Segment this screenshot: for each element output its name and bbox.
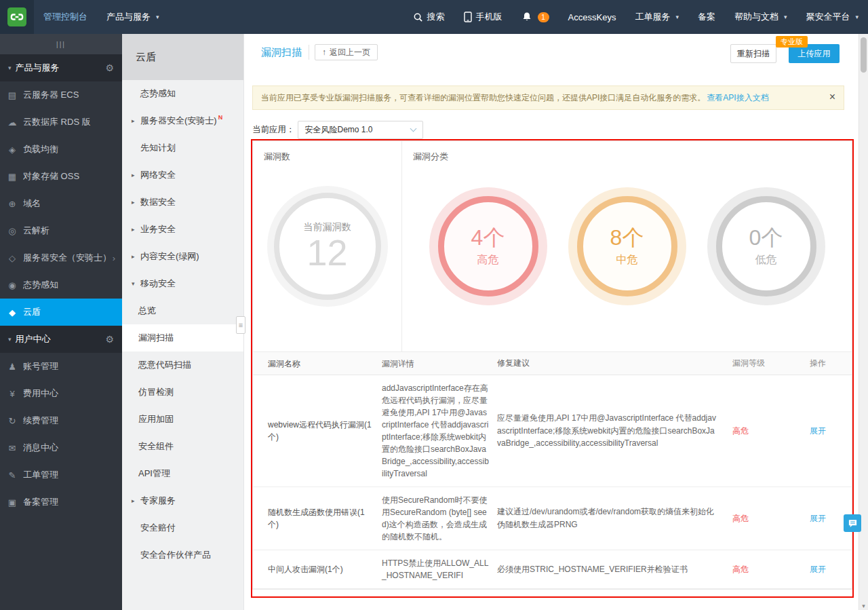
nav-ticket-service[interactable]: 工单服务 ▾ — [625, 0, 688, 34]
sidebar-item-work-orders[interactable]: ✎工单管理 — [0, 461, 122, 489]
subnav-item-app-harden[interactable]: 应用加固 — [122, 406, 243, 433]
chevron-right-icon: ▸ — [132, 117, 140, 124]
scrollbar-thumb[interactable] — [861, 37, 867, 73]
sidebar-item-billing[interactable]: ¥费用中心 — [0, 380, 122, 407]
high-risk-count: 4个 — [471, 225, 505, 250]
subnav-item-partner-products[interactable]: 安全合作伙伴产品 — [122, 541, 243, 569]
sidebar-item-situation-awareness[interactable]: ◉态势感知 — [0, 271, 122, 299]
vuln-count-title: 漏洞数 — [264, 151, 290, 163]
gear-icon[interactable]: ⚙ — [105, 334, 114, 345]
mobile-icon — [464, 12, 472, 22]
arrow-up-icon: ↑ — [322, 47, 326, 57]
nav-security-platform[interactable]: 聚安全平台 ▾ — [796, 0, 868, 34]
chevron-right-icon: ▸ — [132, 253, 140, 260]
chevron-down-icon: ▾ — [156, 14, 159, 20]
main-content: 漏洞扫描 ↑ 返回上一页 专业版 重新扫描 上传应用 当前应用已享受专业版漏洞扫… — [244, 34, 859, 610]
subnav-item-security-compensation[interactable]: 安全赔付 — [122, 514, 243, 541]
col-header-level: 漏洞等级 — [732, 358, 810, 369]
load-balancer-icon: ◈ — [7, 145, 18, 155]
aliyun-logo[interactable] — [0, 0, 34, 34]
nav-search[interactable]: 搜索 — [403, 0, 454, 34]
subnav-item-content-security[interactable]: ▸内容安全(绿网) — [122, 243, 243, 270]
new-badge: N — [218, 114, 223, 121]
expand-link[interactable]: 展开 — [810, 426, 826, 436]
low-risk-circle: 0个 低危 — [716, 196, 816, 297]
sidebar-section-products[interactable]: ▾ 产品与服务 ⚙ — [0, 54, 122, 81]
left-sidebar: ||| ▾ 产品与服务 ⚙ ▤云服务器 ECS ☁云数据库 RDS 版 ◈负载均… — [0, 34, 122, 610]
sidebar-item-ecs[interactable]: ▤云服务器 ECS — [0, 81, 122, 109]
chevron-right-icon: › — [113, 253, 115, 263]
shield-icon: ◆ — [7, 307, 18, 318]
app-selector-dropdown[interactable]: 安全风险Demo 1.0 — [298, 121, 423, 139]
sidebar-item-beian-mgmt[interactable]: ▣备案管理 — [0, 489, 122, 516]
sidebar-item-server-security[interactable]: ◇服务器安全（安骑士）› — [0, 244, 122, 271]
back-button[interactable]: ↑ 返回上一页 — [315, 44, 378, 60]
nav-mobile[interactable]: 手机版 — [454, 0, 512, 34]
subnav-item-business-security[interactable]: ▸业务安全 — [122, 216, 243, 243]
sidebar-item-dns[interactable]: ◎云解析 — [0, 217, 122, 244]
nav-console[interactable]: 管理控制台 — [34, 0, 97, 34]
server-icon: ▤ — [7, 90, 18, 100]
subnav-item-situation[interactable]: 态势感知 — [122, 80, 243, 107]
vuln-table: 漏洞名称 漏洞详情 修复建议 漏洞等级 操作 webview远程代码执行漏洞(1… — [253, 352, 852, 589]
sidebar-item-rds[interactable]: ☁云数据库 RDS 版 — [0, 109, 122, 136]
panel-collapse-handle[interactable]: ≡ — [236, 316, 245, 334]
table-row: 随机数生成函数使用错误(1个) 使用SecureRandom时不要使用Secur… — [253, 487, 852, 550]
subnav-item-xianzhi[interactable]: 先知计划 — [122, 134, 243, 161]
app-selector-label: 当前应用： — [252, 124, 295, 136]
sidebar-item-domain[interactable]: ⊕域名 — [0, 190, 122, 217]
expand-link[interactable]: 展开 — [810, 514, 826, 523]
sidebar-item-oss[interactable]: ▦对象存储 OSS — [0, 163, 122, 190]
vuln-fix-cell: 应尽量避免使用,API 17中用@JavascriptInterface 代替a… — [497, 412, 732, 450]
subnav-item-api-mgmt[interactable]: API管理 — [122, 460, 243, 487]
vuln-detail-cell: HTTPS禁止使用ALLOW_ALL_HOSTNAME_VERIFI — [382, 557, 497, 582]
subnav-item-expert-service[interactable]: ▸专家服务 — [122, 487, 243, 514]
chevron-down-icon: ▾ — [855, 14, 859, 20]
expand-link[interactable]: 展开 — [810, 565, 826, 574]
subnav-item-malware-scan[interactable]: 恶意代码扫描 — [122, 351, 243, 379]
chevron-down-icon: ▾ — [132, 280, 140, 287]
vuln-category-panel: 漏洞分类 4个 高危 8个 中危 0个 低危 — [402, 141, 852, 351]
rescan-button[interactable]: 重新扫描 — [730, 44, 776, 63]
chevron-right-icon: ▸ — [132, 172, 140, 178]
sidebar-item-yundun[interactable]: ◆云盾 — [0, 299, 122, 326]
scroll-down-arrow[interactable]: ▾ — [859, 603, 868, 609]
subnav-item-data-security[interactable]: ▸数据安全 — [122, 189, 243, 216]
subnav-item-security-component[interactable]: 安全组件 — [122, 433, 243, 460]
sidebar-item-renewal[interactable]: ↻续费管理 — [0, 407, 122, 434]
sidebar-item-messages[interactable]: ✉消息中心 — [0, 434, 122, 461]
document-icon: ▣ — [7, 497, 18, 508]
feedback-chat-button[interactable] — [844, 514, 861, 532]
subnav-item-vuln-scan[interactable]: 漏洞扫描 — [122, 324, 243, 351]
nav-notifications[interactable]: 1 — [512, 0, 559, 34]
chevron-down-icon: ▾ — [675, 14, 679, 20]
nav-products-menu[interactable]: 产品与服务 ▾ — [97, 0, 169, 34]
pro-version-badge: 专业版 — [776, 36, 808, 47]
nav-beian[interactable]: 备案 — [688, 0, 725, 34]
high-risk-circle: 4个 高危 — [438, 196, 538, 297]
close-icon[interactable]: × — [829, 92, 835, 102]
bell-icon — [521, 12, 532, 22]
subnav-item-mobile-security[interactable]: ▾移动安全 — [122, 270, 243, 297]
subnav-item-network-security[interactable]: ▸网络安全 — [122, 161, 243, 189]
pro-notice-banner: 当前应用已享受专业版漏洞扫描服务，可查看详细的漏洞位置帮助您快速定位问题，还提供… — [252, 85, 844, 110]
page-title: 漏洞扫描 — [261, 46, 302, 59]
nav-accesskeys[interactable]: AccessKeys — [559, 0, 626, 34]
sidebar-section-user-center[interactable]: ▾ 用户中心 ⚙ — [0, 326, 122, 353]
api-docs-link[interactable]: 查看API接入文档 — [707, 92, 768, 104]
subnav-item-fake-detect[interactable]: 仿冒检测 — [122, 379, 243, 406]
high-risk-label: 高危 — [477, 253, 499, 267]
sidebar-item-account[interactable]: ♟账号管理 — [0, 353, 122, 380]
aliyun-logo-icon — [7, 7, 26, 26]
secondary-sidebar-title: 云盾 — [122, 34, 243, 80]
chevron-down-icon — [410, 126, 416, 132]
stats-section: 漏洞数 当前漏洞数 12 漏洞分类 4个 高危 8个 中危 — [253, 141, 852, 352]
gear-icon[interactable]: ⚙ — [105, 62, 114, 73]
medium-risk-label: 中危 — [616, 253, 638, 267]
nav-help-docs[interactable]: 帮助与文档 ▾ — [725, 0, 797, 34]
subnav-item-overview[interactable]: 总览 — [122, 297, 243, 324]
vuln-action-cell: 展开 — [810, 564, 852, 575]
subnav-item-server-security[interactable]: ▸服务器安全(安骑士)N — [122, 107, 243, 134]
sidebar-item-slb[interactable]: ◈负载均衡 — [0, 136, 122, 163]
sidebar-collapse-handle[interactable]: ||| — [0, 34, 122, 54]
